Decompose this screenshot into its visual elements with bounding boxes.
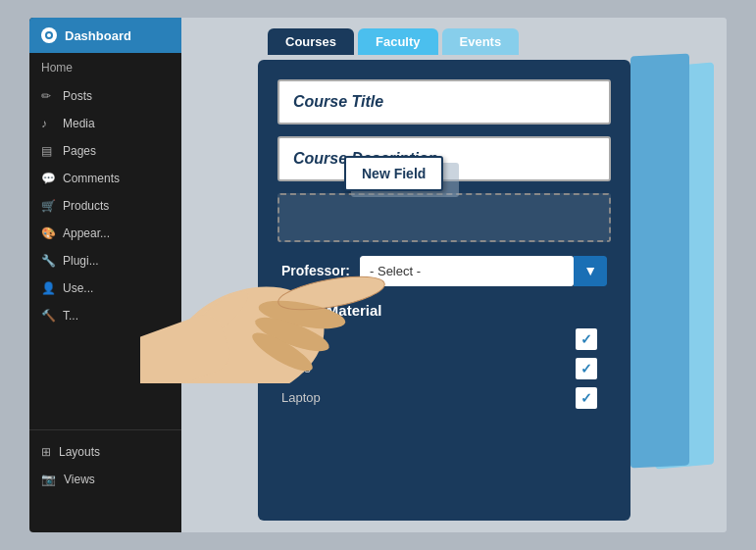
- select-arrow-icon[interactable]: ▼: [574, 256, 607, 286]
- main-content: Courses Faculty Events Course Title: [181, 18, 727, 532]
- new-field-card[interactable]: New Field: [344, 156, 443, 191]
- plugins-label: Plugi...: [63, 254, 99, 268]
- tab-faculty[interactable]: Faculty: [358, 28, 438, 55]
- divider: [29, 429, 181, 430]
- sidebar-item-media[interactable]: ♪ Media: [29, 110, 181, 137]
- dashboard-icon: [41, 27, 57, 43]
- users-label: Use...: [63, 281, 93, 295]
- sidebar-item-posts[interactable]: ✏ Posts: [29, 82, 181, 110]
- laptop-checkbox[interactable]: ✓: [576, 387, 597, 409]
- sidebar-home: Home: [29, 53, 181, 82]
- dashboard-label: Dashboard: [65, 28, 131, 43]
- sidebar-bottom: ⊞ Layouts 📷 Views: [29, 422, 181, 493]
- pens-checkbox[interactable]: ✓: [576, 358, 597, 379]
- posts-label: Posts: [63, 89, 92, 103]
- layouts-icon: ⊞: [41, 445, 51, 459]
- products-icon: 🛒: [41, 199, 55, 213]
- tools-icon: 🔨: [41, 309, 55, 323]
- tab-events[interactable]: Events: [442, 28, 520, 55]
- appearance-icon: 🎨: [41, 226, 55, 240]
- posts-icon: ✏: [41, 89, 55, 103]
- tabs-row: Courses Faculty Events: [268, 28, 519, 55]
- sidebar-item-pages[interactable]: ▤ Pages: [29, 137, 181, 165]
- sidebar-dashboard-item[interactable]: Dashboard: [29, 18, 181, 53]
- views-icon: 📷: [41, 473, 56, 486]
- media-label: Media: [63, 117, 95, 130]
- scene: Courses Faculty Events Course Title: [199, 40, 709, 511]
- media-icon: ♪: [41, 117, 55, 130]
- sidebar-item-layouts[interactable]: ⊞ Layouts: [29, 438, 181, 466]
- views-label: Views: [64, 473, 95, 486]
- books-checkbox[interactable]: ✓: [576, 328, 597, 350]
- middle-panel: [630, 53, 689, 468]
- sidebar-item-views[interactable]: 📷 Views: [29, 466, 181, 493]
- course-title-field[interactable]: Course Title: [277, 79, 611, 125]
- pages-label: Pages: [63, 144, 96, 158]
- tab-courses[interactable]: Courses: [268, 28, 354, 55]
- hand-illustration: [140, 187, 415, 383]
- tools-label: T...: [63, 309, 78, 323]
- products-label: Products: [63, 199, 109, 213]
- plugins-icon: 🔧: [41, 254, 55, 268]
- hand-container: [140, 187, 415, 383]
- comments-icon: 💬: [41, 172, 55, 185]
- layouts-label: Layouts: [59, 445, 100, 459]
- appearance-label: Appear...: [63, 226, 110, 240]
- outer-frame: Dashboard Home ✏ Posts ♪ Media ▤ Pages 💬…: [29, 18, 727, 532]
- users-icon: 👤: [41, 281, 55, 295]
- svg-point-1: [47, 33, 51, 37]
- laptop-label: Laptop: [281, 390, 321, 405]
- pages-icon: ▤: [41, 144, 55, 158]
- comments-label: Comments: [63, 172, 120, 185]
- checkbox-laptop: Laptop ✓: [281, 387, 607, 409]
